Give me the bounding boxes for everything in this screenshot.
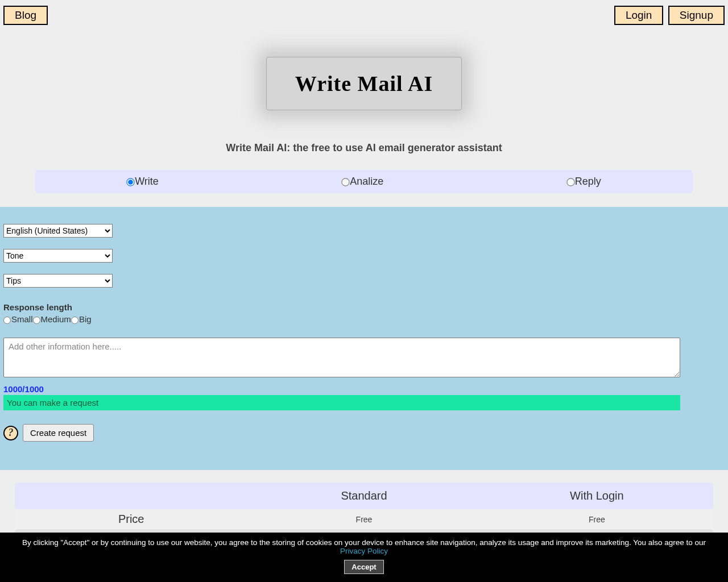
tone-select[interactable]: Tone [3,249,113,263]
topbar: Blog Login Signup [0,0,728,28]
page-title: Write Mail AI: the free to use AI email … [0,142,728,154]
mode-analyze-radio[interactable] [342,178,350,186]
pricing-head-standard: Standard [247,489,480,502]
pricing-label: Price [15,509,247,529]
extra-info-textarea[interactable] [3,338,680,377]
length-small-label: Small [11,314,33,324]
char-counter: 1000/1000 [3,384,725,394]
mode-reply[interactable]: Reply [567,176,601,188]
length-small-radio[interactable] [3,317,11,324]
pricing-value: Free [481,512,713,527]
pricing-header-row: Standard With Login [15,483,713,509]
mode-reply-radio[interactable] [566,178,574,186]
request-status: You can make a request [3,395,680,410]
cookie-accept-button[interactable]: Accept [344,560,383,574]
login-button[interactable]: Login [614,6,664,25]
language-select[interactable]: English (United States) [3,224,113,238]
pricing-value: Free [247,512,480,527]
mode-reply-label: Reply [575,176,601,187]
length-medium-radio[interactable] [33,317,40,324]
length-medium-label: Medium [41,314,71,324]
length-big-label: Big [79,314,92,324]
cookie-banner: By clicking "Accept" or by continuing to… [0,533,728,582]
mode-analyze-label: Analize [350,176,383,187]
signup-button[interactable]: Signup [668,6,725,25]
brand-logo: Write Mail AI [266,57,462,110]
compose-panel: English (United States) Tone Tips Respon… [0,207,728,470]
length-big-radio[interactable] [71,317,78,324]
mode-tabs: Write Analize Reply [35,170,693,193]
mode-analyze[interactable]: Analize [342,176,383,188]
tips-select[interactable]: Tips [3,274,113,288]
response-length-options: SmallMediumBig [3,314,725,324]
blog-button[interactable]: Blog [3,6,48,25]
create-request-button[interactable]: Create request [23,424,94,442]
mode-write-label: Write [135,176,159,187]
pricing-row-price: Price Free Free [15,509,713,529]
pricing-head-login: With Login [481,489,713,502]
response-length-label: Response length [3,302,725,312]
mode-write-radio[interactable] [127,178,135,186]
privacy-policy-link[interactable]: Privacy Policy [340,547,388,555]
help-icon[interactable]: ? [3,426,18,440]
cookie-text: By clicking "Accept" or by continuing to… [22,538,706,547]
mode-write[interactable]: Write [127,176,159,188]
